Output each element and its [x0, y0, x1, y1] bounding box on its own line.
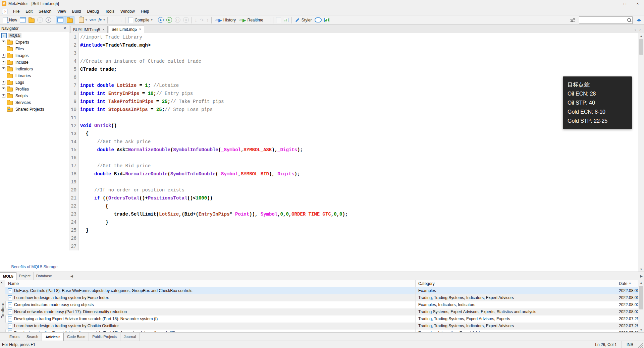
screenshot-button[interactable] [282, 16, 290, 24]
toggle-navigator-button[interactable] [56, 16, 65, 24]
navigator-close-icon[interactable]: ✕ [62, 26, 67, 31]
styler-button[interactable]: Styler [293, 16, 313, 24]
toolbox-scroll-down-icon[interactable]: ▼ [638, 328, 644, 333]
toolbox-close-icon[interactable]: x [1, 281, 2, 284]
tab-close-icon[interactable]: × [139, 27, 141, 31]
article-row[interactable]: ≡Developing a trading Expert Advisor fro… [5, 315, 638, 323]
tab-scroll-left-icon[interactable]: ‹ [635, 27, 636, 32]
snippets-button[interactable]: ▾ [77, 16, 88, 24]
tree-item-images[interactable]: +Images [0, 52, 69, 59]
editor-tab-sell-limit.mq5[interactable]: Sell Limit.mq5× [109, 25, 144, 33]
navigator-tab-mql5[interactable]: MQL5 [0, 272, 16, 280]
search-input[interactable] [581, 17, 627, 23]
column-header-category[interactable]: Category [416, 280, 616, 287]
toolbox-tab-errors[interactable]: Errors [6, 333, 23, 341]
scroll-up-icon[interactable]: ▲ [638, 33, 644, 39]
tree-item-services[interactable]: Services [0, 99, 69, 106]
profiler-realtime-button[interactable]: ⋍▶Realtime [237, 16, 265, 24]
new-button[interactable]: +New [1, 16, 18, 24]
search-options-button[interactable] [569, 16, 576, 24]
menu-help[interactable]: Help [138, 8, 152, 15]
code-editor[interactable]: 1//import Trade Library2#include<Trade\T… [69, 33, 638, 272]
toolbox-scroll-thumb[interactable] [639, 286, 643, 309]
terminal-button[interactable] [323, 16, 331, 24]
article-row[interactable]: ≡Learn how to design a trading system by… [5, 294, 638, 301]
menu-edit[interactable]: Edit [22, 8, 36, 15]
help-academy-button[interactable] [635, 16, 643, 24]
tree-item-mql5[interactable]: {}MQL5 [0, 32, 69, 39]
menu-search[interactable]: Search [36, 8, 54, 15]
tree-item-profiles[interactable]: +Profiles [0, 86, 69, 93]
toolbox-tab-articles[interactable]: Articles2 [42, 333, 64, 341]
editor-tab-buylimit.mq5[interactable]: BUYLIMIT.mq5× [70, 26, 108, 33]
debug-start-button[interactable]: ▶ [157, 16, 165, 24]
toolbox-tab-search[interactable]: Search [23, 333, 42, 341]
tree-item-logs[interactable]: +Logs [0, 79, 69, 86]
variables-button[interactable]: VAR [88, 16, 97, 24]
tree-expander-icon[interactable]: + [2, 67, 5, 71]
open-button[interactable] [27, 16, 36, 24]
step-over-button[interactable]: ↷ [198, 16, 205, 24]
new-window-button[interactable] [18, 16, 27, 24]
article-row[interactable]: ≡Neural networks made easy (Part 17): Di… [5, 308, 638, 315]
stop-button[interactable]: ■ [182, 16, 190, 24]
vertical-scroll-thumb[interactable] [639, 39, 643, 55]
editor-horizontal-scrollbar[interactable]: ◀ ▶ [69, 272, 644, 280]
breakpoint-button[interactable] [265, 16, 272, 24]
tree-expander-icon[interactable]: + [2, 94, 5, 98]
tree-expander-icon[interactable]: + [2, 88, 5, 91]
tree-item-experts[interactable]: +Experts [0, 39, 69, 46]
menu-debug[interactable]: Debug [84, 8, 102, 15]
menu-file[interactable]: File [10, 8, 22, 15]
tree-item-files[interactable]: Files [0, 46, 69, 52]
navigator-tab-project[interactable]: Project [16, 272, 34, 280]
run-button[interactable]: ▶ [165, 16, 173, 24]
search-icon[interactable] [627, 18, 631, 22]
navigate-forward-button[interactable]: → [116, 16, 124, 24]
tree-item-indicators[interactable]: +Indicators [0, 66, 69, 72]
close-button[interactable]: × [631, 0, 644, 7]
tree-expander-icon[interactable]: + [2, 41, 5, 44]
column-header-name[interactable]: Name [5, 280, 416, 287]
menu-view[interactable]: View [54, 8, 69, 15]
menu-window[interactable]: Window [117, 8, 138, 15]
mql5-storage-link[interactable]: Benefits of MQL5 Storage [0, 265, 69, 269]
scroll-right-icon[interactable]: ▶ [640, 274, 643, 278]
scroll-left-icon[interactable]: ◀ [70, 274, 73, 278]
toolbox-tab-journal[interactable]: Journal [120, 333, 140, 341]
functions-button[interactable]: fx▾ [97, 16, 106, 24]
minimize-button[interactable]: – [606, 0, 619, 7]
step-into-button[interactable]: ↓ [193, 16, 198, 24]
tree-item-include[interactable]: +Include [0, 59, 69, 66]
toggle-toolbox-button[interactable] [65, 16, 74, 24]
tree-item-scripts[interactable]: +Scripts [0, 93, 69, 99]
pause-button[interactable]: ❙❙ [173, 16, 182, 24]
menu-tools[interactable]: Tools [102, 8, 117, 15]
tree-item-libraries[interactable]: Libraries [0, 72, 69, 79]
toolbox-tab-code-base[interactable]: Code Base [64, 333, 89, 341]
article-row[interactable]: ≡Learn how to design a trading system by… [5, 323, 638, 330]
toolbox-tab-public-projects[interactable]: Public Projects [89, 333, 120, 341]
copy-button[interactable] [275, 16, 282, 24]
tree-expander-icon[interactable]: + [2, 81, 5, 84]
navigate-back-button[interactable]: ← [109, 16, 116, 24]
save-button[interactable]: ↓ [36, 16, 44, 24]
storage-button[interactable] [313, 16, 323, 24]
tree-expander-icon[interactable]: + [2, 61, 5, 64]
navigator-tab-database[interactable]: Database [34, 272, 55, 280]
restore-button[interactable]: □ [619, 0, 631, 7]
column-header-date[interactable]: Date▼ [616, 280, 638, 287]
toolbox-scrollbar[interactable]: ▲ ▼ [638, 280, 644, 333]
scroll-down-icon[interactable]: ▼ [638, 267, 644, 272]
step-out-button[interactable]: ↑ [205, 16, 210, 24]
editor-vertical-scrollbar[interactable]: ▲ ▼ [638, 33, 644, 272]
toolbox-scroll-up-icon[interactable]: ▲ [638, 280, 644, 285]
article-row[interactable]: ≡DoEasy. Controls (Part 8): Base WinForm… [5, 287, 638, 294]
tree-expander-icon[interactable]: + [2, 54, 5, 58]
resize-grip[interactable] [638, 343, 643, 348]
tab-close-icon[interactable]: × [103, 28, 105, 32]
menu-build[interactable]: Build [69, 8, 84, 15]
profiler-history-button[interactable]: ⋍▶History [213, 16, 237, 24]
save-all-button[interactable]: ↓ [44, 16, 53, 24]
compile-button[interactable]: Compile▾ [127, 16, 154, 24]
